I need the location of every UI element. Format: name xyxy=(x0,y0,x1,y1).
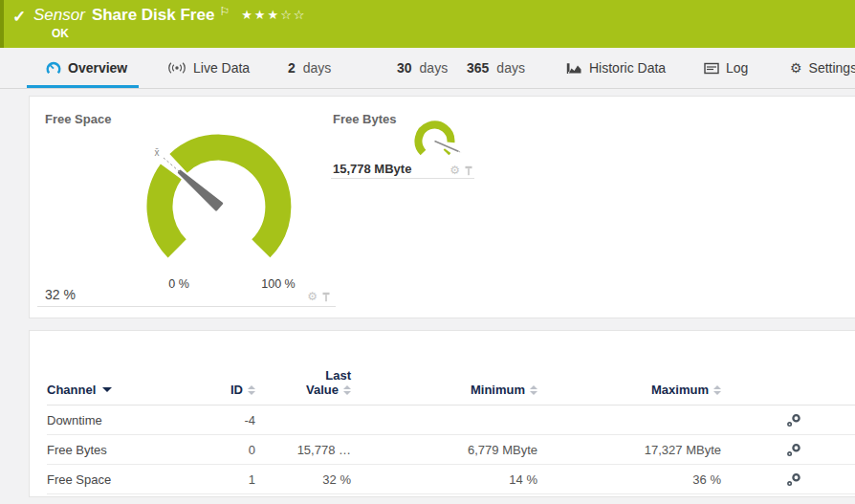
column-header-channel[interactable]: Channel xyxy=(47,383,209,397)
channel-table: Channel ID Last Value Minimum xyxy=(30,331,855,494)
priority-stars[interactable]: ★★★☆☆ xyxy=(241,8,306,22)
tab-settings-label: Settings xyxy=(809,60,855,76)
tab-365-days[interactable]: 365 days xyxy=(467,48,525,88)
channel-last: 15,778 … xyxy=(255,443,351,457)
tab-live-data[interactable]: Live Data xyxy=(167,48,250,88)
channel-gears-icon xyxy=(786,413,801,427)
mini-gauge-needle xyxy=(435,142,459,152)
channel-min: 14 % xyxy=(351,472,537,487)
tab-2-days[interactable]: 2 days xyxy=(288,48,331,88)
column-header-id[interactable]: ID xyxy=(209,383,255,397)
overview-gauges-panel: Free Space x̄ 0 % 100 % 32 % ⚙ Free Byte… xyxy=(29,96,855,318)
channel-name[interactable]: Downtime xyxy=(47,413,209,427)
channel-max: 17,327 MByte xyxy=(537,443,721,457)
tab-30-days[interactable]: 30 days xyxy=(397,48,448,88)
free-space-current-value: 32 % xyxy=(45,287,76,302)
tab-bar: Overview Live Data 2 days 30 days 365 da… xyxy=(0,48,855,89)
tab-historic-data[interactable]: Historic Data xyxy=(566,48,666,88)
table-row-downtime: Downtime -4 xyxy=(47,405,855,435)
pin-icon[interactable] xyxy=(322,292,330,302)
area-chart-icon xyxy=(566,61,582,75)
free-bytes-current-value: 15,778 MByte xyxy=(333,162,411,176)
tab-overview[interactable]: Overview xyxy=(46,48,127,88)
object-type-label: Sensor xyxy=(33,6,85,25)
tab-2-days-unit: days xyxy=(303,60,332,76)
sort-arrows-icon xyxy=(343,385,351,395)
gauge-icon xyxy=(46,60,61,76)
tile-gear-icon[interactable]: ⚙ xyxy=(307,291,318,302)
channel-id: 0 xyxy=(209,443,255,457)
log-list-icon xyxy=(704,62,719,75)
status-ok-check-icon: ✓ xyxy=(12,7,26,27)
tab-30-days-unit: days xyxy=(420,60,449,76)
tab-overview-label: Overview xyxy=(68,60,127,76)
stars-empty[interactable]: ☆☆ xyxy=(280,8,306,22)
gauge-needle xyxy=(179,171,222,209)
column-header-last-value[interactable]: Last Value xyxy=(255,368,351,397)
channel-id: 1 xyxy=(209,472,255,487)
channel-settings-button[interactable] xyxy=(786,443,807,457)
sort-arrows-icon xyxy=(530,385,537,395)
channel-last: 32 % xyxy=(255,472,351,487)
flag-icon[interactable]: ⚐ xyxy=(219,5,230,18)
free-space-gauge-tile: Free Space x̄ 0 % 100 % 32 % ⚙ xyxy=(37,106,336,307)
tab-365-days-unit: days xyxy=(496,60,525,76)
sensor-title: Share Disk Free xyxy=(92,6,215,25)
channel-table-header: Channel ID Last Value Minimum xyxy=(47,331,855,405)
free-space-title: Free Space xyxy=(45,112,111,126)
tab-log[interactable]: Log xyxy=(704,48,748,88)
channel-id: -4 xyxy=(209,413,255,427)
channel-name[interactable]: Free Bytes xyxy=(47,443,209,457)
live-signal-icon xyxy=(167,61,186,75)
free-space-gauge: x̄ 0 % 100 % xyxy=(138,123,339,297)
tile-gear-icon[interactable]: ⚙ xyxy=(449,164,460,176)
sensor-title-row: Sensor Share Disk Free ⚐ ★★★☆☆ xyxy=(33,6,306,25)
gauge-average-marker: x̄ xyxy=(155,147,160,158)
gauge-scale-max-label: 100 % xyxy=(261,277,295,291)
channel-name[interactable]: Free Space xyxy=(47,472,209,487)
column-header-maximum[interactable]: Maximum xyxy=(537,383,721,397)
tab-2-days-number: 2 xyxy=(288,60,296,76)
column-header-minimum[interactable]: Minimum xyxy=(351,383,537,397)
tab-live-data-label: Live Data xyxy=(193,60,250,76)
tab-settings[interactable]: ⚙ Settings xyxy=(790,48,855,88)
channel-settings-button[interactable] xyxy=(786,413,807,427)
tab-historic-data-label: Historic Data xyxy=(589,60,666,76)
free-bytes-gauge xyxy=(412,119,468,168)
stars-filled[interactable]: ★★★ xyxy=(241,8,280,22)
pin-icon[interactable] xyxy=(465,165,472,176)
sensor-header-bar: ✓ Sensor Share Disk Free ⚐ ★★★☆☆ OK xyxy=(0,0,855,48)
channel-table-panel: Channel ID Last Value Minimum xyxy=(29,330,855,497)
sort-caret-down-icon xyxy=(102,387,112,392)
channel-gears-icon xyxy=(786,443,801,457)
channel-max: 36 % xyxy=(537,472,721,487)
tab-365-days-number: 365 xyxy=(467,60,489,76)
table-row-free-space: Free Space 1 32 % 14 % 36 % xyxy=(47,465,855,494)
free-bytes-tile-actions: ⚙ xyxy=(449,164,472,176)
channel-min: 6,779 MByte xyxy=(351,443,537,457)
sensor-status-text: OK xyxy=(52,27,69,40)
tab-30-days-number: 30 xyxy=(397,60,412,76)
channel-settings-button[interactable] xyxy=(786,472,807,487)
sort-arrows-icon xyxy=(713,385,721,395)
sort-arrows-icon xyxy=(248,385,255,395)
gauge-scale-min-label: 0 % xyxy=(168,277,189,291)
table-row-free-bytes: Free Bytes 0 15,778 … 6,779 MByte 17,327… xyxy=(47,435,855,465)
tab-log-label: Log xyxy=(726,60,748,76)
free-bytes-gauge-tile: Free Bytes 15,778 MByte ⚙ xyxy=(331,106,474,179)
free-space-tile-actions: ⚙ xyxy=(307,291,330,302)
gear-icon: ⚙ xyxy=(790,60,802,76)
channel-gears-icon xyxy=(786,472,801,487)
free-bytes-title: Free Bytes xyxy=(333,112,396,126)
